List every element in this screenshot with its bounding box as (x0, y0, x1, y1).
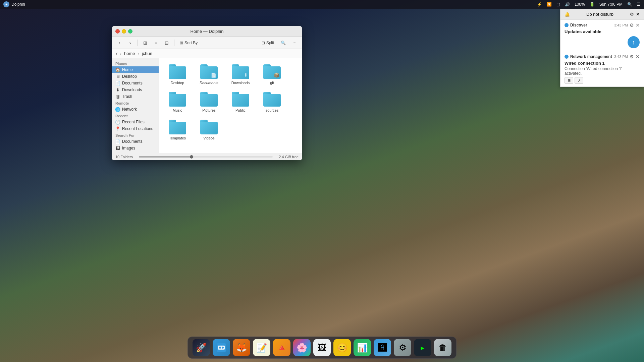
notif-header-actions: ⚙ ✕ (630, 12, 640, 17)
window-controls (115, 29, 132, 34)
discover-update-icon[interactable]: ↑ (628, 36, 640, 48)
search-icon[interactable]: 🔍 (627, 2, 632, 7)
file-area: Desktop 📄 Documents (159, 58, 302, 153)
notif-time-2: 3:43 PM (614, 55, 628, 59)
sidebar-search-label: Search For (112, 132, 159, 138)
dock-item-rocket[interactable]: 🚀 (193, 339, 210, 356)
dock-item-monitor[interactable]: 📊 (354, 339, 371, 356)
dock-item-vlc[interactable]: 🔺 (273, 339, 290, 356)
file-item-music[interactable]: Music (162, 89, 193, 115)
dnd-label: Do not disturb (586, 12, 613, 17)
system-bar-right: ⚡ 🔽 ▢ 🔊 100% 🔋 Sun 7:06 PM 🔍 ☰ (537, 2, 641, 7)
forward-button[interactable]: › (125, 39, 135, 47)
sort-by-button[interactable]: ⊞ Sort By (177, 39, 200, 47)
notif-settings-2[interactable]: ⚙ (630, 54, 634, 59)
file-name-videos: Videos (203, 136, 214, 140)
view-details-button[interactable]: ⊟ (162, 39, 171, 47)
sidebar-recent-locations-label: Recent Locations (122, 126, 153, 131)
window-minimize-button[interactable] (122, 29, 126, 34)
sidebar-item-documents[interactable]: 📄 Documents (112, 80, 159, 86)
more-button[interactable]: ⋯ (290, 39, 299, 47)
file-item-documents[interactable]: 📄 Documents (194, 62, 224, 88)
sidebar-search-images[interactable]: 🖼 Images (112, 145, 159, 152)
taskbar-icon-4[interactable]: 🔊 (565, 2, 570, 7)
toolbar-sep-1 (138, 40, 138, 46)
discover-app-name: Discover (570, 23, 587, 27)
menu-icon[interactable]: ☰ (637, 2, 641, 7)
search-documents-icon: 📄 (115, 139, 120, 144)
dolphin-window: Home — Dolphin ‹ › ⊞ ≡ ⊟ ⊞ Sort By ⊟ Spl… (112, 26, 302, 160)
dock-item-photos[interactable]: 🌸 (293, 339, 311, 356)
sidebar-item-downloads[interactable]: ⬇ Downloads (112, 86, 159, 93)
notif-close-icon[interactable]: ✕ (636, 12, 640, 17)
back-button[interactable]: ‹ (115, 39, 124, 47)
breadcrumb-home[interactable]: home (123, 50, 137, 57)
dock-item-terminal[interactable]: ▶ (414, 339, 431, 356)
breadcrumb-root[interactable]: / (115, 50, 119, 57)
sidebar-search-documents[interactable]: 📄 Documents (112, 138, 159, 145)
svg-point-3 (222, 347, 224, 349)
network-btn-2[interactable]: ↗ (575, 77, 583, 84)
notif-settings-1[interactable]: ⚙ (630, 22, 634, 28)
dock-item-trash[interactable]: 🗑 (434, 339, 451, 356)
breadcrumb-current[interactable]: jchun (141, 50, 154, 57)
notif-close-1[interactable]: ✕ (636, 22, 640, 28)
sidebar-item-home[interactable]: 🏠 Home (112, 66, 159, 73)
sidebar-search-documents-label: Documents (122, 139, 143, 144)
sidebar-item-recent-locations[interactable]: 📍 Recent Locations (112, 125, 159, 132)
folder-icon-templates (169, 120, 186, 134)
dock-item-emoji[interactable]: 😊 (333, 339, 351, 356)
notification-panel: 🔔 Do not disturb ⚙ ✕ Discover 3:43 PM ⚙ … (560, 9, 644, 87)
sidebar-item-network[interactable]: 🌐 Network (112, 106, 159, 113)
dock-item-finder[interactable] (213, 339, 230, 356)
sidebar-item-trash[interactable]: 🗑 Trash (112, 93, 159, 100)
file-item-sources[interactable]: sources (257, 89, 287, 115)
file-item-videos[interactable]: Videos (194, 117, 224, 143)
split-label: Split (266, 41, 274, 45)
taskbar-icon-1[interactable]: ⚡ (537, 2, 542, 7)
folder-icon-desktop (169, 64, 186, 79)
sidebar-item-desktop[interactable]: 🖥 Desktop (112, 73, 159, 80)
file-item-git[interactable]: 📦 git (257, 62, 287, 88)
breadcrumb-sep-2: › (138, 51, 139, 56)
discover-dot (565, 23, 569, 27)
split-button[interactable]: ⊟ Split (259, 39, 277, 47)
view-list-button[interactable]: ≡ (151, 39, 161, 47)
network-btn-1[interactable]: ⊟ (565, 77, 573, 84)
view-grid-button[interactable]: ⊞ (141, 39, 150, 47)
dock-item-preview[interactable]: 🖼 (313, 339, 331, 356)
notif-header: 🔔 Do not disturb ⚙ ✕ (560, 9, 644, 20)
file-name-public: Public (235, 108, 246, 113)
network-app-name: Network management (570, 54, 612, 59)
zoom-slider[interactable] (139, 156, 273, 158)
taskbar: 🚀 🦊 📝 🔺 🌸 🖼 😊 📊 🅰 ⚙ ▶ 🗑 (187, 337, 457, 359)
dock-item-firefox[interactable]: 🦊 (233, 339, 250, 356)
sidebar-places-label: Places (112, 60, 159, 66)
file-name-music: Music (173, 108, 182, 113)
file-item-pictures[interactable]: Pictures (194, 89, 224, 115)
network-dot (565, 55, 569, 59)
file-item-public[interactable]: Public (225, 89, 256, 115)
desktop-background (0, 0, 644, 362)
dock-item-notes[interactable]: 📝 (253, 339, 270, 356)
sidebar-item-recent-files[interactable]: 🕐 Recent Files (112, 119, 159, 125)
dock-item-appstore[interactable]: 🅰 (374, 339, 391, 356)
window-close-button[interactable] (115, 29, 120, 34)
folder-count: 10 Folders (115, 155, 133, 159)
notif-settings-icon[interactable]: ⚙ (630, 12, 634, 17)
notif-close-2[interactable]: ✕ (636, 54, 640, 59)
dock-item-settings[interactable]: ⚙ (394, 339, 411, 356)
status-bar: 10 Folders 2.4 GiB free (112, 153, 302, 160)
file-item-desktop[interactable]: Desktop (162, 62, 193, 88)
home-icon: 🏠 (115, 67, 120, 72)
clock: Sun 7:06 PM (599, 2, 623, 7)
network-icon: 🌐 (115, 107, 120, 112)
desktop-icon: 🖥 (115, 74, 120, 79)
search-button[interactable]: 🔍 (278, 39, 288, 47)
window-title: Home — Dolphin (191, 29, 224, 34)
window-maximize-button[interactable] (128, 29, 132, 34)
file-item-downloads[interactable]: ⬇ Downloads (225, 62, 256, 88)
taskbar-icon-3[interactable]: ▢ (556, 2, 560, 7)
taskbar-icon-2[interactable]: 🔽 (547, 2, 552, 7)
file-item-templates[interactable]: Templates (162, 117, 193, 143)
